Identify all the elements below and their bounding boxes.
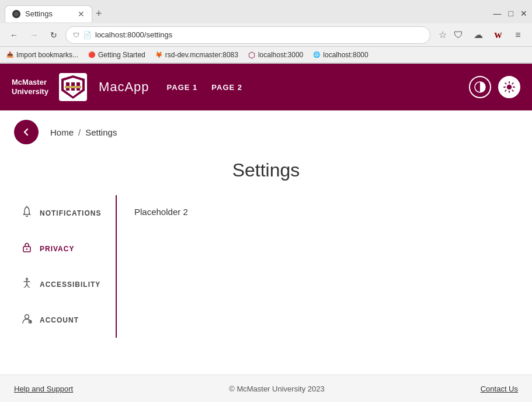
contact-us-link[interactable]: Contact Us bbox=[481, 384, 518, 393]
settings-main-content: Placeholder 2 bbox=[117, 195, 520, 338]
bookmark-star-button[interactable]: ☆ bbox=[439, 29, 447, 40]
bookmarks-bar: 📥 Import bookmarks... 🔴 Getting Started … bbox=[0, 47, 532, 63]
bookmark-label-8000: localhost:8000 bbox=[323, 51, 368, 59]
svg-point-13 bbox=[26, 248, 27, 249]
sidebar-privacy-label: PRIVACY bbox=[40, 245, 74, 253]
mcmaster-logo: McMaster University bbox=[12, 73, 87, 101]
svg-line-20 bbox=[29, 287, 30, 287]
bookmark-favicon-3000: ⬡ bbox=[248, 51, 256, 59]
breadcrumb: Home / Settings bbox=[50, 127, 117, 137]
maximize-button[interactable]: □ bbox=[509, 9, 513, 18]
theme-toggle-button[interactable] bbox=[469, 76, 491, 98]
sidebar-item-accessibility[interactable]: ACCESSIBILITY bbox=[12, 266, 116, 302]
breadcrumb-separator: / bbox=[78, 127, 81, 137]
header-actions bbox=[469, 76, 520, 98]
bookmark-label-import: Import bookmarks... bbox=[16, 51, 78, 59]
settings-layout: NOTIFICATIONS PRIVACY bbox=[12, 195, 520, 338]
logo-shield bbox=[59, 73, 87, 101]
bookmark-getting-started[interactable]: 🔴 Getting Started bbox=[88, 51, 145, 59]
tab-close-button[interactable]: ✕ bbox=[78, 9, 85, 19]
sidebar-accessibility-label: ACCESSIBILITY bbox=[40, 280, 100, 289]
help-support-link[interactable]: Help and Support bbox=[14, 384, 73, 393]
forward-button[interactable]: → bbox=[26, 27, 42, 43]
browser-menu-button[interactable]: ≡ bbox=[510, 27, 526, 43]
security-icon: 🛡 bbox=[73, 32, 79, 39]
main-nav: PAGE 1 PAGE 2 bbox=[167, 83, 242, 92]
breadcrumb-home-link[interactable]: Home bbox=[50, 127, 74, 137]
bell-icon bbox=[21, 206, 33, 220]
app-header: McMaster University MacApp PAGE 1 PAGE 2 bbox=[0, 64, 532, 110]
new-tab-button[interactable]: + bbox=[96, 8, 102, 20]
address-bar[interactable]: 🛡 📄 localhost:8000/settings bbox=[65, 26, 430, 44]
page-content: Home / Settings Settings bbox=[0, 110, 532, 375]
svg-point-14 bbox=[26, 278, 28, 280]
tab-title: Settings bbox=[25, 9, 53, 18]
app-title: MacApp bbox=[99, 79, 149, 95]
breadcrumb-section: Home / Settings bbox=[0, 110, 532, 154]
logo-text-line1: McMaster bbox=[12, 78, 48, 87]
lock-icon: 📄 bbox=[83, 31, 92, 39]
bookmark-label-rsd: rsd-dev.mcmaster:8083 bbox=[165, 51, 238, 59]
url-text: localhost:8000/settings bbox=[95, 30, 423, 39]
nav-page2[interactable]: PAGE 2 bbox=[211, 83, 242, 92]
bookmark-label-3000: localhost:3000 bbox=[258, 51, 303, 59]
refresh-button[interactable]: ↻ bbox=[46, 27, 62, 43]
back-button[interactable]: ← bbox=[6, 27, 22, 43]
bookmark-favicon-rsd: 🦊 bbox=[155, 51, 163, 59]
sidebar-account-label: ACCOUNT bbox=[40, 316, 79, 324]
svg-rect-7 bbox=[65, 86, 81, 88]
back-navigation-button[interactable] bbox=[14, 120, 39, 144]
sidebar-item-notifications[interactable]: NOTIFICATIONS bbox=[12, 195, 116, 231]
svg-point-21 bbox=[25, 315, 29, 319]
app-footer: Help and Support © McMaster University 2… bbox=[0, 375, 532, 402]
bookmark-rsd[interactable]: 🦊 rsd-dev.mcmaster:8083 bbox=[155, 51, 238, 59]
page-title: Settings bbox=[0, 160, 532, 181]
bookmark-favicon-8000: 🌐 bbox=[312, 51, 321, 59]
svg-line-18 bbox=[27, 284, 29, 287]
footer-copyright: © McMaster University 2023 bbox=[229, 384, 324, 393]
bookmark-localhost-8000[interactable]: 🌐 localhost:8000 bbox=[312, 51, 368, 59]
shield-action-icon[interactable]: 🛡 bbox=[450, 27, 467, 43]
sidebar-notifications-label: NOTIFICATIONS bbox=[40, 209, 101, 217]
sidebar-item-privacy[interactable]: PRIVACY bbox=[12, 231, 116, 266]
minimize-button[interactable]: — bbox=[493, 9, 502, 18]
page-title-section: Settings bbox=[0, 154, 532, 195]
breadcrumb-current-page: Settings bbox=[85, 127, 117, 137]
bookmark-import[interactable]: 📥 Import bookmarks... bbox=[6, 51, 78, 59]
close-button[interactable]: ✕ bbox=[520, 9, 527, 18]
placeholder-text: Placeholder 2 bbox=[134, 207, 188, 217]
sync-icon[interactable]: ☁ bbox=[470, 27, 486, 43]
account-circle-icon[interactable]: w bbox=[490, 27, 506, 43]
sidebar-item-account[interactable]: ACCOUNT bbox=[12, 302, 116, 338]
settings-button[interactable] bbox=[498, 76, 520, 98]
bookmark-localhost-3000[interactable]: ⬡ localhost:3000 bbox=[248, 51, 303, 59]
browser-tab[interactable]: Settings ✕ bbox=[5, 5, 92, 22]
bookmark-label-gs: Getting Started bbox=[98, 51, 145, 59]
logo-text-line2: University bbox=[12, 87, 48, 96]
bookmark-favicon-gs: 🔴 bbox=[88, 51, 96, 59]
nav-page1[interactable]: PAGE 1 bbox=[167, 83, 198, 92]
bookmark-favicon-import: 📥 bbox=[6, 51, 14, 59]
accessibility-icon bbox=[21, 277, 33, 292]
svg-line-19 bbox=[24, 287, 26, 287]
svg-point-0 bbox=[14, 12, 19, 16]
tab-favicon bbox=[12, 10, 20, 18]
lock-icon bbox=[21, 241, 33, 256]
settings-sidebar: NOTIFICATIONS PRIVACY bbox=[12, 195, 117, 338]
account-icon bbox=[21, 313, 33, 327]
